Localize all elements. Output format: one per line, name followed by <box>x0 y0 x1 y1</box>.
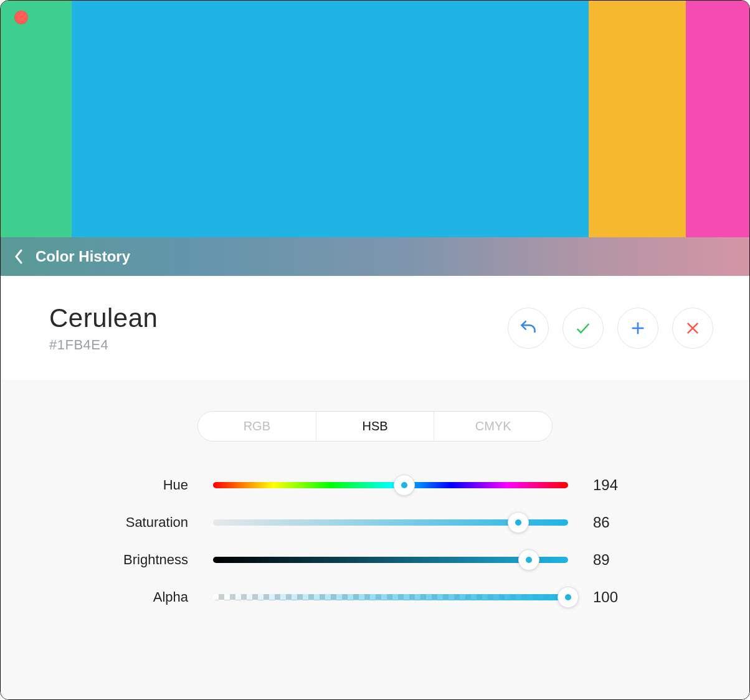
undo-icon <box>520 319 537 337</box>
undo-button[interactable] <box>508 308 549 349</box>
palette-swatch[interactable] <box>1 1 72 237</box>
alpha-row: Alpha 100 <box>76 579 674 616</box>
delete-button[interactable] <box>672 308 713 349</box>
hue-slider[interactable] <box>213 482 568 488</box>
brightness-slider[interactable] <box>213 557 568 563</box>
chevron-left-icon <box>14 249 23 264</box>
add-button[interactable] <box>617 308 658 349</box>
palette-swatch[interactable] <box>589 1 686 237</box>
slider-rows: Hue 194 Saturation 86 Brightness 89 <box>76 466 674 616</box>
palette-swatch[interactable] <box>72 1 588 237</box>
brightness-value: 89 <box>593 551 668 569</box>
color-editor: RGB HSB CMYK Hue 194 Saturation 86 Brigh… <box>1 381 749 699</box>
saturation-row: Saturation 86 <box>76 504 674 541</box>
hue-label: Hue <box>76 477 188 493</box>
alpha-slider[interactable] <box>213 594 568 600</box>
color-hex: #1FB4E4 <box>49 337 158 353</box>
accept-button[interactable] <box>562 308 604 349</box>
color-history-title: Color History <box>36 248 130 265</box>
mode-rgb[interactable]: RGB <box>198 412 316 441</box>
color-picker-window: Color History Cerulean #1FB4E4 <box>0 0 750 700</box>
palette-swatch[interactable] <box>686 1 749 237</box>
brightness-label: Brightness <box>76 552 188 568</box>
brightness-thumb[interactable] <box>518 549 539 570</box>
brightness-row: Brightness 89 <box>76 541 674 579</box>
palette-row <box>1 1 749 237</box>
hue-row: Hue 194 <box>76 466 674 504</box>
mode-cmyk[interactable]: CMYK <box>434 412 552 441</box>
alpha-label: Alpha <box>76 589 188 605</box>
color-identity: Cerulean #1FB4E4 <box>49 303 158 353</box>
saturation-value: 86 <box>593 514 668 531</box>
close-window-icon[interactable] <box>14 11 28 24</box>
saturation-label: Saturation <box>76 514 188 531</box>
hue-value: 194 <box>593 476 668 494</box>
color-actions <box>508 308 713 349</box>
color-header: Cerulean #1FB4E4 <box>1 276 749 381</box>
hue-thumb[interactable] <box>394 475 415 496</box>
plus-icon <box>629 319 647 337</box>
saturation-slider[interactable] <box>213 519 568 526</box>
color-name: Cerulean <box>49 303 158 333</box>
color-history-bar[interactable]: Color History <box>1 237 749 276</box>
color-mode-segmented: RGB HSB CMYK <box>197 411 553 442</box>
check-icon <box>574 319 592 337</box>
saturation-thumb[interactable] <box>508 512 529 533</box>
alpha-thumb[interactable] <box>558 587 579 608</box>
mode-hsb[interactable]: HSB <box>316 412 434 441</box>
alpha-value: 100 <box>593 589 668 606</box>
close-icon <box>684 319 701 337</box>
